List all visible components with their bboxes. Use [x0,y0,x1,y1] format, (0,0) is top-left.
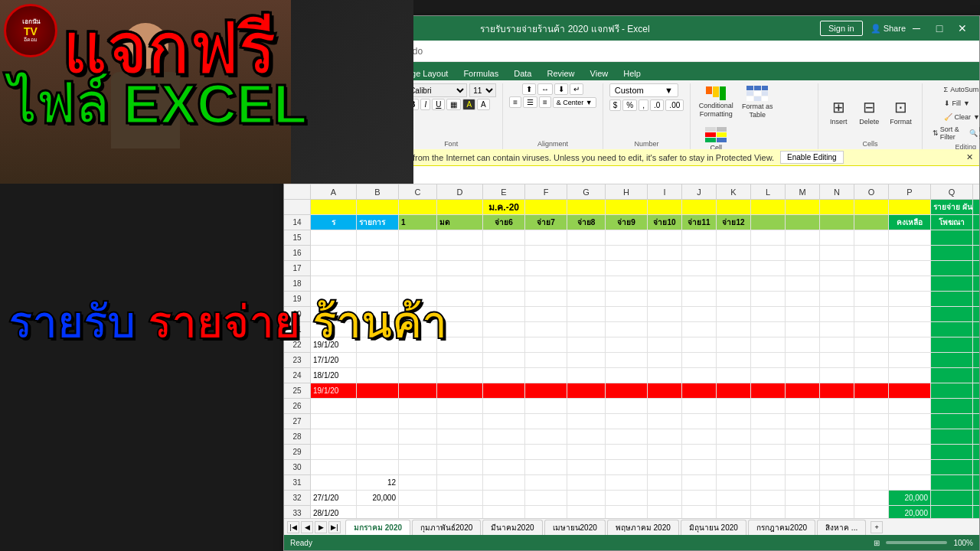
row-num-23[interactable]: 23 [284,353,310,368]
format-as-table-button[interactable]: Format as Table [738,83,776,122]
tab-help[interactable]: Help [616,67,648,80]
col-header-m[interactable]: M [786,184,820,199]
cell-m13[interactable] [786,200,820,214]
row-num-18[interactable]: 18 [284,276,310,292]
col-header-j[interactable]: J [682,184,717,199]
tab-view[interactable]: View [583,67,616,80]
col-header-e[interactable]: E [483,184,525,199]
cell-q15[interactable] [931,230,973,245]
cell-a14[interactable]: ร [311,215,357,230]
cell-f13[interactable] [525,200,567,214]
find-select-button[interactable]: 🔍 Find & Select [965,123,980,143]
delete-button[interactable]: ⊟ Delete [855,96,883,129]
col-header-k[interactable]: K [717,184,751,199]
cell-m15[interactable] [786,230,820,245]
cell-o13[interactable] [854,200,889,214]
cell-k14[interactable]: จ่าย12 [717,215,751,230]
cell-b13[interactable] [357,200,399,214]
number-format-dropdown[interactable]: Custom ▼ [609,83,678,97]
cell-b14[interactable]: รายการ [357,215,399,230]
cell-c15[interactable] [399,230,437,245]
row-num-26[interactable]: 26 [284,399,310,414]
cell-r13[interactable] [973,200,979,214]
row-num-21[interactable]: 21 [284,322,310,337]
cell-o14[interactable] [854,215,889,230]
cell-o15[interactable] [854,230,889,245]
cell-e14[interactable]: จ่าย6 [483,215,525,230]
fill-button[interactable]: ⬇ Fill ▼ [940,97,974,109]
cell-d15[interactable] [437,230,483,245]
cell-d14[interactable]: มด [437,215,483,230]
add-sheet-button[interactable]: + [871,521,883,533]
row-num-28[interactable]: 28 [284,429,310,445]
cell-j13[interactable] [682,200,717,214]
sheet-tab-august[interactable]: สิงหาค ... [817,520,866,535]
cell-l15[interactable] [751,230,786,245]
col-header-r[interactable]: R [973,184,979,199]
align-left-button[interactable]: ≡ [509,96,521,108]
align-middle-button[interactable]: ↔ [537,83,553,95]
col-header-l[interactable]: L [751,184,786,199]
decrease-decimal-button[interactable]: .0 [650,99,664,111]
cell-f14[interactable]: จ่าย7 [525,215,567,230]
cell-f15[interactable] [525,230,567,245]
cell-d13[interactable] [437,200,483,214]
row-num-31[interactable]: 31 [284,475,310,491]
cell-h14[interactable]: จ่าย9 [606,215,648,230]
cell-e15[interactable] [483,230,525,245]
row-num-17[interactable]: 17 [284,261,310,276]
cell-e13[interactable]: ม.ค.-20 [483,200,525,214]
enable-editing-button[interactable]: Enable Editing [780,151,844,164]
sheet-nav-prev[interactable]: ◀ [301,521,313,533]
border-button[interactable]: ▦ [446,99,461,110]
sheet-nav-last[interactable]: ▶| [328,521,341,533]
cell-k15[interactable] [717,230,751,245]
row-num-20[interactable]: 20 [284,307,310,322]
cell-g13[interactable] [567,200,606,214]
col-header-p[interactable]: P [889,184,931,199]
conditional-formatting-button[interactable]: Conditional Formatting [697,84,735,121]
notification-close-icon[interactable]: ✕ [966,152,973,162]
row-num-25[interactable]: 25 [284,383,310,399]
italic-button[interactable]: I [420,99,430,110]
currency-button[interactable]: $ [609,99,622,111]
align-right-button[interactable]: ≡ [539,96,551,108]
col-header-b[interactable]: B [357,184,399,199]
cell-i15[interactable] [648,230,682,245]
clear-button[interactable]: 🧹 Clear ▼ [940,111,980,123]
underline-button[interactable]: U [432,99,445,110]
percent-button[interactable]: % [622,99,637,111]
cell-l14[interactable] [751,215,786,230]
cell-p13[interactable] [889,200,931,214]
col-header-c[interactable]: C [399,184,437,199]
col-header-i[interactable]: I [648,184,682,199]
sheet-tab-january[interactable]: มกราคม 2020 [345,520,410,535]
minimize-button[interactable]: ─ [906,18,927,39]
zoom-slider[interactable] [886,541,947,544]
align-top-button[interactable]: ⬆ [522,83,536,95]
format-button[interactable]: ⊡ Format [886,96,916,129]
cell-i13[interactable] [648,200,682,214]
cell-q13[interactable]: รายจ่าย ผันแปร [931,200,973,214]
sheet-nav-first[interactable]: |◀ [287,521,299,533]
font-color-button[interactable]: A [477,99,490,110]
col-header-d[interactable]: D [437,184,483,199]
cell-m14[interactable] [786,215,820,230]
cell-j15[interactable] [682,230,717,245]
row-num-22[interactable]: 22 [284,337,310,353]
cell-j14[interactable]: จ่าย11 [682,215,717,230]
font-size-select[interactable]: 11 [469,83,496,97]
cell-n14[interactable] [820,215,854,230]
cell-c14[interactable]: 1 [399,215,437,230]
col-header-q[interactable]: Q [931,184,973,199]
col-header-n[interactable]: N [820,184,854,199]
sheet-tab-may[interactable]: พฤษภาคม 2020 [607,520,679,535]
share-button[interactable]: 👤 Share [871,24,906,34]
row-num-32[interactable]: 32 [284,491,310,506]
cell-r14[interactable] [973,215,979,230]
col-header-o[interactable]: O [854,184,889,199]
cell-c13[interactable] [399,200,437,214]
cell-h13[interactable] [606,200,648,214]
sort-filter-button[interactable]: ⇅ Sort & Filter [929,123,963,143]
tab-formulas[interactable]: Formulas [456,67,506,80]
